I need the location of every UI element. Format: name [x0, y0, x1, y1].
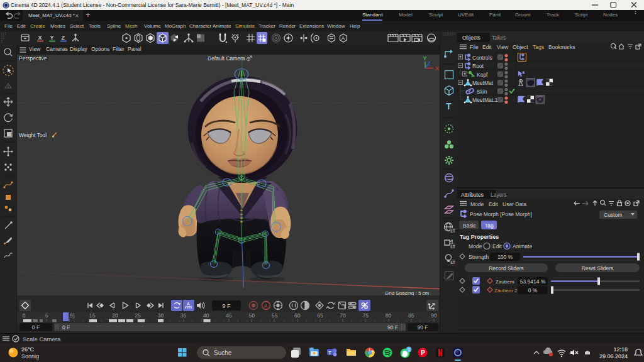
svg-text:100 %: 100 % [497, 254, 513, 260]
svg-text:0 F: 0 F [62, 324, 70, 331]
svg-text:Kopf: Kopf [477, 72, 488, 78]
svg-text:A: A [187, 302, 190, 306]
svg-text:29.06.2024: 29.06.2024 [599, 353, 628, 359]
svg-text:60: 60 [294, 312, 301, 319]
svg-text:Zaubern: Zaubern [496, 279, 514, 285]
svg-text:Tag Properties: Tag Properties [460, 234, 499, 240]
svg-text:Default Camera: Default Camera [208, 55, 245, 62]
svg-text:9 F: 9 F [222, 302, 231, 309]
svg-text:Edit: Edit [492, 243, 502, 250]
svg-text:Root: Root [472, 63, 484, 69]
svg-text:Weight Tool: Weight Tool [19, 132, 47, 138]
svg-text:LT: LT [451, 229, 455, 233]
svg-text:1: 1 [408, 348, 410, 352]
svg-text:P: P [421, 349, 425, 356]
svg-text:Strength: Strength [469, 254, 489, 260]
svg-text:Reset Sliders: Reset Sliders [582, 265, 614, 272]
svg-text:35: 35 [180, 312, 187, 319]
svg-text:MeetMat.1: MeetMat.1 [472, 97, 497, 103]
svg-text:Tags: Tags [533, 44, 544, 50]
svg-text:0: 0 [23, 312, 26, 319]
svg-text:Mode: Mode [469, 243, 482, 250]
svg-text:50: 50 [248, 312, 255, 319]
svg-text:9): 9) [70, 312, 75, 319]
svg-text:20: 20 [112, 312, 118, 319]
svg-text:Edit: Edit [489, 201, 498, 207]
svg-text:T: T [446, 101, 452, 111]
svg-text:Sonnig: Sonnig [21, 353, 39, 359]
svg-text:Suche: Suche [214, 349, 232, 356]
svg-text:Pose Morph [Pose Morph]: Pose Morph [Pose Morph] [470, 211, 532, 217]
svg-text:85: 85 [408, 312, 414, 319]
svg-text:65: 65 [317, 312, 323, 319]
svg-text:Record Sliders: Record Sliders [489, 265, 524, 272]
svg-text:LT: LT [451, 260, 455, 265]
svg-text:X: X [435, 65, 439, 72]
svg-text:Attributes: Attributes [461, 192, 484, 198]
svg-text:90 F: 90 F [387, 324, 398, 331]
svg-text:70: 70 [340, 312, 346, 319]
svg-text:Scale Camera: Scale Camera [23, 336, 61, 343]
svg-text:A: A [341, 35, 345, 41]
svg-text:15: 15 [89, 312, 96, 319]
svg-text:Takes: Takes [492, 35, 506, 41]
svg-text:MeetMat: MeetMat [472, 80, 494, 86]
svg-text:Z: Z [62, 35, 65, 41]
svg-text:Y: Y [423, 55, 427, 62]
svg-text:Custom: Custom [604, 212, 622, 218]
svg-text:Bookmarks: Bookmarks [548, 44, 575, 50]
svg-text:90 F: 90 F [417, 324, 428, 331]
svg-text:Edit: Edit [482, 44, 492, 50]
svg-text:12:18: 12:18 [613, 346, 628, 353]
svg-text:View: View [497, 44, 509, 50]
svg-text:LT: LT [451, 244, 455, 249]
svg-text:Zaubern 2: Zaubern 2 [494, 288, 518, 293]
svg-text:User Data: User Data [502, 201, 527, 207]
svg-text:26°C: 26°C [21, 346, 35, 353]
svg-text:53.6414 %: 53.6414 % [520, 278, 546, 285]
svg-text:T: T [328, 350, 331, 356]
svg-text:Layers: Layers [491, 192, 507, 198]
svg-text:Z: Z [427, 60, 431, 67]
svg-text:90: 90 [431, 312, 437, 319]
svg-text:55: 55 [272, 312, 278, 319]
svg-text:0 %: 0 % [528, 287, 538, 293]
svg-text:Mode: Mode [470, 201, 484, 207]
svg-text:30: 30 [158, 312, 164, 319]
svg-text:75: 75 [363, 312, 369, 319]
svg-text:Tag: Tag [485, 222, 494, 229]
svg-text:5: 5 [45, 312, 48, 319]
svg-text:File: File [470, 44, 479, 50]
svg-text:A: A [264, 303, 268, 309]
svg-text:Perspective: Perspective [19, 55, 47, 62]
svg-text:Animate: Animate [513, 243, 532, 250]
svg-text:0 F: 0 F [32, 324, 40, 331]
svg-text:45: 45 [226, 312, 232, 319]
svg-text:25: 25 [135, 312, 141, 319]
svg-text:Skin: Skin [477, 89, 487, 95]
svg-text:Grid Spacing : 5 cm: Grid Spacing : 5 cm [385, 290, 430, 295]
svg-text:80: 80 [386, 312, 392, 319]
svg-text:Object: Object [513, 44, 528, 50]
svg-text:40: 40 [203, 312, 209, 319]
svg-text:Objects: Objects [462, 35, 480, 41]
svg-text:Y: Y [50, 35, 54, 41]
svg-text:X: X [38, 35, 42, 41]
svg-text:Controls: Controls [472, 55, 492, 61]
svg-text:Basic: Basic [463, 222, 477, 229]
